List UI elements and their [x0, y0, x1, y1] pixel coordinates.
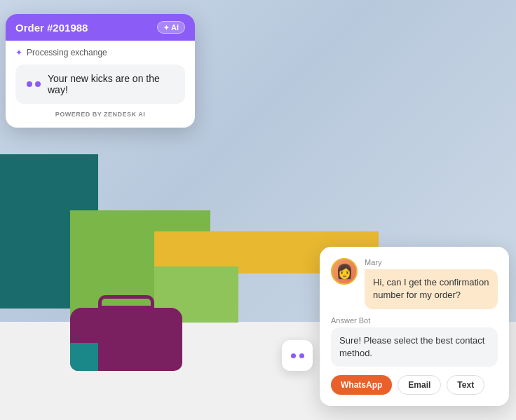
bag-decoration [70, 308, 182, 371]
contact-buttons: WhatsApp Email Text [331, 375, 498, 395]
order-number: Order #201988 [15, 22, 88, 34]
chat-user-name: Mary [365, 258, 498, 266]
whatsapp-button[interactable]: WhatsApp [331, 375, 392, 395]
processing-text: Processing exchange [27, 48, 107, 57]
bubble-message: Your new kicks are on the way! [48, 73, 174, 95]
order-card-body: ✦ Processing exchange Your new kicks are… [6, 41, 195, 128]
bubble-dots [27, 81, 41, 87]
order-card: Order #201988 ✦ AI ✦ Processing exchange… [6, 14, 195, 128]
dots-widget[interactable] [282, 340, 313, 371]
email-button[interactable]: Email [398, 375, 441, 395]
avatar-face: 👩 [336, 264, 353, 278]
chat-user-message: Hi, can I get the confirmation number fo… [365, 269, 498, 309]
chat-user-content: Mary Hi, can I get the confirmation numb… [365, 258, 498, 309]
chat-bot-message: Sure! Please select the best contact met… [331, 327, 498, 367]
dot-2 [35, 81, 41, 87]
ai-badge-label: AI [171, 23, 179, 32]
chat-user-row: 👩 Mary Hi, can I get the confirmation nu… [331, 258, 498, 309]
chat-card: 👩 Mary Hi, can I get the confirmation nu… [320, 247, 509, 406]
widget-dot-1 [291, 353, 296, 358]
ai-badge: ✦ AI [157, 21, 185, 34]
widget-dot-2 [299, 353, 304, 358]
powered-by: POWERED BY ZENDESK AI [15, 111, 185, 121]
text-button[interactable]: Text [447, 375, 484, 395]
dot-1 [27, 81, 32, 87]
chat-bot-name: Answer Bot [331, 316, 498, 325]
processing-row: ✦ Processing exchange [15, 48, 185, 57]
ai-star-icon: ✦ [163, 24, 169, 32]
order-card-header: Order #201988 ✦ AI [6, 14, 195, 41]
sparkle-icon: ✦ [15, 48, 22, 57]
avatar: 👩 [331, 258, 358, 285]
message-bubble: Your new kicks are on the way! [15, 65, 185, 104]
chat-bot-row: Answer Bot Sure! Please select the best … [331, 316, 498, 367]
